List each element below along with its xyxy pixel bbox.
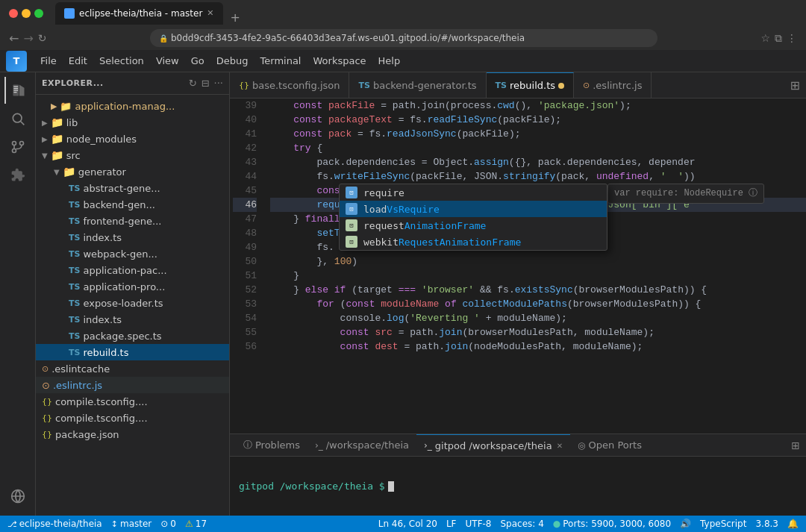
menu-item-terminal[interactable]: Terminal — [254, 54, 307, 68]
extensions-icon[interactable]: ⧉ — [775, 32, 782, 45]
autocomplete-item-loadvs[interactable]: ⊡ loadVsRequire — [340, 201, 607, 217]
new-tab-btn[interactable]: + — [225, 10, 246, 25]
reload-btn[interactable]: ↻ — [38, 32, 47, 44]
refresh-icon[interactable]: ↻ — [189, 78, 197, 89]
tree-item-lib[interactable]: ▶ 📁 lib — [36, 114, 229, 131]
tree-label: .eslintrc.js — [53, 380, 102, 391]
status-label: 0 — [170, 519, 176, 529]
status-item-branch[interactable]: ↕ master — [107, 516, 157, 532]
tab-eslintrc[interactable]: ⊙ .eslintrc.js — [574, 72, 652, 98]
autocomplete-dropdown[interactable]: ⊡ require ⊡ loadVsRequire ⊡ requestAnima… — [339, 184, 607, 251]
tree-item-app-pro[interactable]: TS application-pro... — [36, 278, 229, 295]
tree-item-compile2[interactable]: {} compile.tsconfig.... — [36, 410, 229, 426]
tree-item-backend-gen[interactable]: TS backend-gen... — [36, 196, 229, 213]
line-num-52: 52 — [233, 283, 257, 297]
status-item-ts-version[interactable]: 3.8.3 — [751, 516, 783, 532]
activity-icon-scm[interactable] — [4, 134, 31, 160]
menu-bar: T File Edit Selection View Go Debug Term… — [0, 50, 806, 72]
status-item-spaces[interactable]: Spaces: 4 — [496, 516, 549, 532]
browser-tab-label: eclipse-theia/theia - master — [79, 8, 202, 19]
ts-icon: TS — [496, 81, 507, 90]
autocomplete-item-require[interactable]: ⊡ require — [340, 184, 607, 201]
tree-item-frontend-gene[interactable]: TS frontend-gene... — [36, 213, 229, 229]
menu-item-selection[interactable]: Selection — [93, 54, 150, 68]
panel-tab-open-ports[interactable]: ◎ Open Ports — [570, 434, 649, 457]
status-label: 3.8.3 — [755, 519, 778, 529]
tree-item-src[interactable]: ▼ 📁 src — [36, 147, 229, 163]
tree-item-app-pac[interactable]: TS application-pac... — [36, 262, 229, 278]
activity-icon-explorer[interactable] — [4, 77, 31, 104]
split-editor-icon[interactable]: ⊞ — [790, 78, 800, 93]
activity-icon-remote[interactable] — [4, 483, 31, 510]
autocomplete-item-webkit-raf[interactable]: ⊡ webkitRequestAnimationFrame — [340, 234, 607, 250]
panel-tab-workspace-theia[interactable]: ›_ /workspace/theia — [307, 434, 416, 457]
traffic-light-yellow[interactable] — [22, 9, 31, 18]
menu-item-help[interactable]: Help — [372, 54, 407, 68]
tab-close-x[interactable]: ✕ — [557, 442, 563, 450]
sidebar-actions: ↻ ⊟ ··· — [189, 78, 223, 89]
bookmark-icon[interactable]: ☆ — [760, 32, 770, 44]
status-item-errors[interactable]: ⊙ 0 — [156, 516, 181, 532]
more-icon[interactable]: ··· — [214, 78, 223, 89]
traffic-light-green[interactable] — [34, 9, 43, 18]
tree-item-app-manager[interactable]: ▶ 📁 application-manag... — [36, 98, 229, 114]
browser-tab-close[interactable]: ✕ — [207, 8, 213, 18]
menu-item-go[interactable]: Go — [185, 54, 210, 68]
status-item-sound[interactable]: 🔊 — [675, 516, 696, 532]
tree-item-eslintrc[interactable]: ⊙ .eslintrc.js — [36, 377, 229, 393]
tree-item-eslintcache[interactable]: ⊙ .eslintcache — [36, 360, 229, 377]
menu-icon[interactable]: ⋮ — [787, 32, 797, 44]
tab-label: rebuild.ts — [510, 80, 555, 91]
tree-item-index-ts[interactable]: TS index.ts — [36, 229, 229, 245]
collapse-icon[interactable]: ⊟ — [202, 78, 210, 89]
tree-item-package-json[interactable]: {} package.json — [36, 426, 229, 442]
terminal-content[interactable]: gitpod /workspace/theia $ — [230, 457, 806, 516]
status-label: eclipse-theia/theia — [19, 519, 102, 529]
panel-tab-gitpod[interactable]: ›_ gitpod /workspace/theia ✕ — [416, 434, 570, 457]
tree-item-compile1[interactable]: {} compile.tsconfig.... — [36, 393, 229, 410]
status-item-notifications[interactable]: 🔔 — [783, 516, 803, 532]
status-item-ports[interactable]: ● Ports: 5900, 3000, 6080 — [549, 516, 675, 532]
tab-base-tsconfig[interactable]: {} base.tsconfig.json — [230, 72, 349, 98]
browser-tab-active[interactable]: eclipse-theia/theia - master ✕ — [55, 2, 223, 25]
tree-label: backend-gen... — [83, 199, 155, 210]
traffic-light-red[interactable] — [9, 9, 18, 18]
status-item-language[interactable]: TypeScript — [696, 516, 751, 532]
status-item-eol[interactable]: LF — [442, 516, 461, 532]
tree-item-expose-loader[interactable]: TS expose-loader.ts — [36, 295, 229, 311]
code-content[interactable]: const packFile = path.join(process.cwd()… — [264, 98, 806, 434]
menu-item-file[interactable]: File — [34, 54, 63, 68]
status-item-warnings[interactable]: ⚠ 17 — [181, 516, 211, 532]
terminal-cursor — [388, 481, 394, 492]
tab-rebuild[interactable]: TS rebuild.ts — [487, 72, 574, 98]
tree-item-node-modules[interactable]: ▶ 📁 node_modules — [36, 131, 229, 147]
status-item-position[interactable]: Ln 46, Col 20 — [374, 516, 442, 532]
tree-item-webpack-gen[interactable]: TS webpack-gen... — [36, 245, 229, 262]
sidebar-title: EXPLORER... — [42, 78, 104, 88]
tab-backend-generator[interactable]: TS backend-generator.ts — [349, 72, 486, 98]
menu-item-view[interactable]: View — [150, 54, 185, 68]
menu-item-edit[interactable]: Edit — [63, 54, 93, 68]
tree-item-abstract-gene[interactable]: TS abstract-gene... — [36, 180, 229, 196]
tree-item-package-spec[interactable]: TS package.spec.ts — [36, 328, 229, 344]
menu-item-debug[interactable]: Debug — [210, 54, 254, 68]
activity-icon-extensions[interactable] — [4, 162, 31, 189]
line-num-46: 46 — [233, 198, 257, 212]
menu-item-workspace[interactable]: Workspace — [307, 54, 372, 68]
status-item-encoding[interactable]: UTF-8 — [461, 516, 496, 532]
tree-item-generator[interactable]: ▼ 📁 generator — [36, 163, 229, 180]
url-input[interactable]: 🔒 b0dd9cdf-3453-4fe2-9a5c-66403d3ea7af.w… — [150, 29, 657, 47]
tree-item-rebuild-ts[interactable]: TS rebuild.ts — [36, 344, 229, 360]
panel-tab-problems[interactable]: ⓘ Problems — [236, 434, 307, 457]
tree-item-index2[interactable]: TS index.ts — [36, 311, 229, 328]
activity-icon-search[interactable] — [4, 105, 31, 132]
status-item-repo[interactable]: ⎇ eclipse-theia/theia — [3, 516, 107, 532]
svg-point-3 — [12, 142, 16, 145]
line-num-42: 42 — [233, 141, 257, 155]
panel-right-actions: ⊞ — [791, 439, 800, 451]
autocomplete-item-raf[interactable]: ⊡ requestAnimationFrame — [340, 217, 607, 234]
forward-btn[interactable]: → — [23, 31, 33, 46]
ports-icon: ◎ — [578, 440, 585, 451]
split-panel-icon[interactable]: ⊞ — [791, 439, 800, 451]
back-btn[interactable]: ← — [9, 31, 19, 46]
